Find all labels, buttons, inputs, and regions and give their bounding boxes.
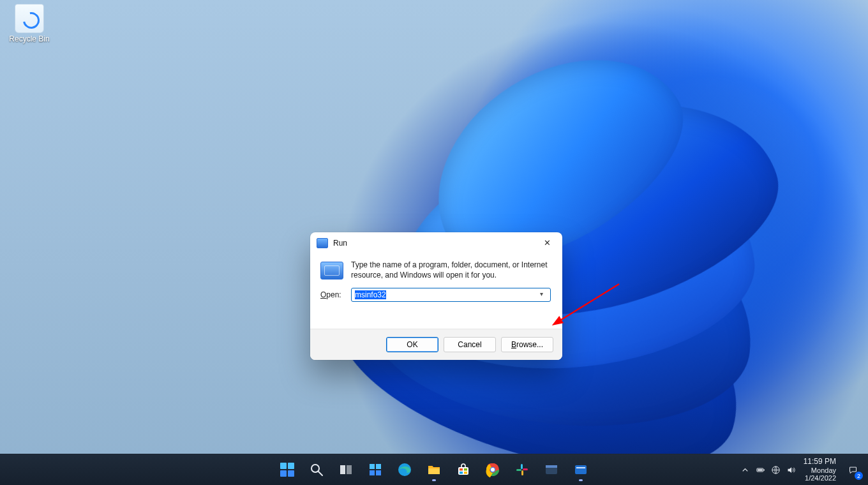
- battery-icon[interactable]: [756, 465, 765, 475]
- svg-rect-5: [370, 464, 375, 469]
- file-explorer-button[interactable]: [421, 457, 447, 482]
- chrome-button[interactable]: [480, 457, 505, 482]
- desktop[interactable]: Recycle Bin Run ✕ Type the name of a pro…: [0, 0, 868, 485]
- folder-icon: [426, 462, 442, 477]
- svg-rect-21: [523, 468, 528, 470]
- task-view-button[interactable]: [333, 457, 359, 482]
- svg-rect-14: [464, 472, 467, 474]
- svg-rect-4: [347, 465, 352, 474]
- clock-time: 11:59 PM: [804, 458, 836, 466]
- svg-rect-7: [370, 470, 375, 475]
- browse-button[interactable]: Browse...: [501, 337, 553, 352]
- taskbar: 11:59 PM Monday 1/24/2022 2: [0, 454, 868, 485]
- svg-rect-8: [376, 470, 381, 475]
- run-description: Type the name of a program, folder, docu…: [351, 260, 551, 280]
- svg-rect-25: [576, 467, 585, 468]
- run-title-text: Run: [333, 239, 347, 248]
- search-icon: [309, 462, 324, 477]
- clock-date: 1/24/2022: [804, 474, 836, 482]
- svg-rect-13: [460, 472, 463, 474]
- app-icon: [573, 462, 588, 477]
- run-app-icon: [317, 238, 328, 248]
- notification-badge: 2: [855, 472, 863, 480]
- widgets-button[interactable]: [363, 457, 388, 482]
- svg-line-2: [318, 472, 322, 475]
- start-button[interactable]: [274, 457, 300, 482]
- edge-icon: [397, 462, 412, 477]
- taskbar-center: [274, 457, 594, 482]
- app-icon: [544, 462, 559, 477]
- edge-button[interactable]: [392, 457, 417, 482]
- run-titlebar[interactable]: Run ✕: [310, 232, 562, 253]
- recycle-bin-graphic-icon: [15, 4, 44, 33]
- svg-point-1: [311, 465, 319, 472]
- close-icon: ✕: [544, 238, 551, 248]
- svg-point-17: [491, 468, 495, 472]
- close-button[interactable]: ✕: [535, 234, 558, 252]
- run-dialog: Run ✕ Type the name of a program, folder…: [310, 232, 562, 360]
- windows-logo-icon: [280, 463, 294, 477]
- svg-rect-20: [521, 470, 523, 475]
- recycle-bin-icon[interactable]: Recycle Bin: [6, 4, 52, 43]
- system-tray: 11:59 PM Monday 1/24/2022 2: [740, 458, 868, 481]
- active-indicator: [579, 479, 583, 481]
- search-button[interactable]: [304, 457, 329, 482]
- tray-icons[interactable]: [740, 465, 796, 475]
- store-icon: [456, 462, 471, 477]
- clock[interactable]: 11:59 PM Monday 1/24/2022: [804, 458, 836, 481]
- svg-rect-27: [758, 469, 763, 471]
- svg-rect-19: [516, 469, 521, 471]
- app-button-2[interactable]: [568, 457, 594, 482]
- slack-button[interactable]: [509, 457, 535, 482]
- open-input[interactable]: [351, 288, 551, 302]
- clock-day: Monday: [804, 466, 836, 474]
- run-large-icon: [320, 262, 343, 280]
- chevron-up-icon[interactable]: [740, 465, 750, 475]
- svg-rect-24: [575, 465, 587, 474]
- task-view-icon: [338, 462, 354, 477]
- svg-rect-12: [464, 468, 467, 471]
- cancel-button[interactable]: Cancel: [444, 337, 496, 352]
- open-label: Open:: [320, 290, 345, 299]
- slack-icon: [514, 462, 530, 477]
- svg-rect-3: [340, 465, 345, 474]
- svg-rect-23: [546, 465, 557, 468]
- chevron-down-icon[interactable]: ▾: [540, 290, 548, 298]
- svg-rect-11: [460, 468, 463, 471]
- store-button[interactable]: [451, 457, 476, 482]
- svg-rect-6: [376, 464, 381, 469]
- widgets-icon: [368, 462, 383, 477]
- notification-center-button[interactable]: 2: [844, 461, 862, 479]
- open-combobox[interactable]: ▾: [351, 288, 551, 302]
- app-button-1[interactable]: [539, 457, 564, 482]
- recycle-bin-label: Recycle Bin: [6, 34, 52, 43]
- svg-rect-18: [521, 464, 523, 469]
- run-button-row: OK Cancel Browse...: [310, 329, 562, 360]
- svg-rect-28: [763, 469, 764, 471]
- volume-icon[interactable]: [786, 465, 796, 475]
- network-icon[interactable]: [771, 465, 781, 475]
- active-indicator: [432, 479, 436, 481]
- chrome-icon: [485, 462, 500, 477]
- ok-button[interactable]: OK: [386, 337, 438, 352]
